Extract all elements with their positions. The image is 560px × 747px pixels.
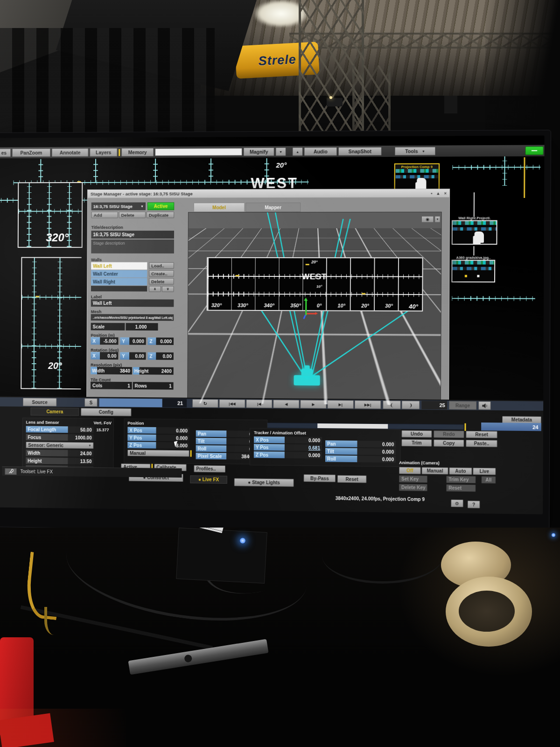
animation-reset-button[interactable]: Reset bbox=[446, 484, 476, 492]
tile-cols-field[interactable]: 1 bbox=[116, 382, 132, 389]
projector-model[interactable] bbox=[294, 375, 320, 385]
position-z-field[interactable]: 0.000 bbox=[156, 338, 174, 345]
delete-stage-button[interactable]: Delete bbox=[119, 211, 146, 218]
layers-button[interactable]: Layers bbox=[90, 148, 117, 156]
window-close-icon[interactable]: × bbox=[444, 191, 447, 196]
solo-button[interactable]: S bbox=[84, 398, 98, 407]
stage-selector[interactable]: 16:3,75 SISU Stage ▼ bbox=[91, 202, 146, 210]
focus-field[interactable]: 1000.00 bbox=[68, 434, 94, 441]
tracker-pan-field[interactable]: 0.000 bbox=[357, 441, 396, 448]
mesh-path-field[interactable]: ..erichasso/Movies/SISU prjektortest 8 a… bbox=[91, 314, 174, 321]
y-pos-field[interactable]: 0.000 bbox=[156, 435, 189, 442]
wall-label-field[interactable]: Wall Left bbox=[91, 299, 174, 307]
profiles-button[interactable]: Profiles.. bbox=[194, 465, 225, 472]
rotation-z-field[interactable]: 0.00 bbox=[156, 352, 174, 360]
z-pos-field[interactable]: 8.000 bbox=[156, 442, 189, 449]
x-pos-field[interactable]: 0.000 bbox=[156, 427, 189, 434]
source-button[interactable]: Source bbox=[23, 398, 56, 406]
active-button[interactable]: Active bbox=[147, 202, 174, 210]
node-a360[interactable]: A360 gradskiva.jpg.. bbox=[451, 255, 495, 282]
animation-auto-button[interactable]: Auto bbox=[449, 467, 472, 475]
tab-model[interactable]: Model bbox=[194, 203, 245, 212]
green-status-button[interactable] bbox=[525, 146, 544, 155]
help-button[interactable]: ? bbox=[468, 500, 480, 508]
stage-manager-dialog[interactable]: Stage Manager - active stage: 16:3,75 SI… bbox=[86, 189, 450, 412]
paste-button[interactable]: Paste.. bbox=[466, 440, 497, 447]
manual-button[interactable]: Manual bbox=[127, 450, 189, 457]
annotate-button[interactable]: Annotate bbox=[52, 148, 89, 157]
all-button[interactable]: All bbox=[482, 476, 496, 483]
speaker-icon[interactable] bbox=[478, 401, 491, 409]
timeline-playhead[interactable] bbox=[464, 423, 466, 431]
scale-value-field[interactable]: 1.000 bbox=[126, 323, 158, 331]
delete-wall-button[interactable]: Delete bbox=[149, 278, 174, 285]
delete-key-button[interactable]: Delete Key bbox=[399, 484, 427, 491]
gear-icon[interactable]: ⚙ bbox=[451, 500, 463, 507]
sensor-select[interactable]: Sensor: Generic▼ bbox=[26, 442, 93, 449]
trim-button[interactable]: Trim bbox=[401, 439, 432, 447]
rotation-x-field[interactable]: 0.00 bbox=[100, 352, 118, 359]
tab-mapper[interactable]: Mapper bbox=[245, 203, 301, 212]
tab-config[interactable]: Config bbox=[81, 408, 131, 416]
tracker-y-field[interactable]: 0.681 bbox=[285, 444, 322, 451]
rotation-y-field[interactable]: 0.00 bbox=[129, 352, 146, 359]
window-up-icon[interactable]: ▲ bbox=[436, 191, 440, 196]
tile-rows-field[interactable]: 1 bbox=[158, 382, 174, 389]
wall-move-down-button[interactable]: ∨ bbox=[162, 286, 174, 292]
memory-button[interactable]: Memory bbox=[121, 148, 154, 156]
node-projection-comp[interactable]: Projection Comp 9 bbox=[394, 163, 440, 190]
magnify-dropdown-icon[interactable]: ▼ bbox=[276, 148, 286, 156]
wall-list-item-wall-left[interactable]: Wall Left bbox=[91, 262, 147, 270]
wall-move-up-button[interactable]: ∧ bbox=[149, 286, 161, 292]
up-arrow-icon[interactable]: ▲ bbox=[293, 148, 303, 156]
create-wall-button[interactable]: Create.. bbox=[149, 270, 174, 277]
position-y-field[interactable]: 0.000 bbox=[129, 338, 146, 345]
toolbar-partial-button[interactable]: es bbox=[0, 148, 11, 157]
undo-button[interactable]: Undo bbox=[401, 430, 432, 438]
animation-off-button[interactable]: Off bbox=[399, 467, 421, 474]
focal-length-field[interactable]: 50.00 bbox=[68, 426, 94, 433]
set-key-button[interactable]: Set Key bbox=[399, 475, 427, 483]
panzoom-button[interactable]: PanZoom bbox=[12, 148, 50, 157]
animation-live-button[interactable]: Live bbox=[473, 468, 496, 475]
node-wall-right[interactable]: Wall Right.Projecti. bbox=[452, 216, 497, 245]
copy-button[interactable]: Copy bbox=[434, 439, 464, 447]
dialog-title-bar[interactable]: Stage Manager - active stage: 16:3,75 SI… bbox=[88, 189, 449, 198]
tracker-tilt-field[interactable]: 0.000 bbox=[357, 448, 396, 455]
memory-search-input[interactable] bbox=[155, 148, 242, 156]
stage-description-field[interactable]: Stage description bbox=[91, 240, 174, 254]
audio-button[interactable]: Audio bbox=[304, 147, 337, 155]
stage-lights-mode-button[interactable]: ● Stage Lights bbox=[234, 478, 294, 486]
tab-camera[interactable]: Camera bbox=[30, 408, 79, 416]
animation-manual-button[interactable]: Manual bbox=[422, 467, 448, 475]
load-wall-button[interactable]: Load.. bbox=[149, 262, 174, 269]
reset-button[interactable]: Reset bbox=[466, 431, 497, 438]
resolution-width-field[interactable]: 3840 bbox=[116, 367, 132, 374]
range-button[interactable]: Range bbox=[449, 401, 476, 410]
magnify-button[interactable]: Magnify bbox=[244, 148, 274, 156]
wall-list-item-wall-center[interactable]: Wall Center bbox=[91, 270, 147, 277]
bypass-button[interactable]: By-Pass bbox=[304, 474, 336, 482]
sensor-height-field[interactable]: 13.50 bbox=[68, 458, 93, 465]
current-frame-field[interactable]: 21 bbox=[99, 398, 187, 407]
position-x-field[interactable]: -5.000 bbox=[100, 337, 118, 345]
tracker-x-field[interactable]: 0.000 bbox=[285, 437, 322, 444]
bypass-reset-button[interactable]: Reset bbox=[337, 475, 366, 483]
add-stage-button[interactable]: Add bbox=[91, 211, 118, 218]
duplicate-stage-button[interactable]: Duplicate bbox=[147, 211, 174, 218]
live-fx-mode-button[interactable]: ● Live FX bbox=[190, 475, 227, 484]
timeline-thumb[interactable] bbox=[317, 423, 388, 429]
trim-key-button[interactable]: Trim Key bbox=[446, 476, 476, 483]
stage-3d-viewport[interactable]: 20° WEST 10° 320° 330° 340° 350° 0° 10° … bbox=[187, 212, 442, 406]
right-frame-field[interactable]: 24 bbox=[481, 423, 541, 431]
tracker-z-field[interactable]: 0.000 bbox=[285, 451, 322, 458]
tools-button[interactable]: Tools▼ bbox=[395, 147, 435, 155]
tracker-roll-field[interactable]: 0.000 bbox=[357, 456, 396, 463]
wrench-icon[interactable] bbox=[5, 468, 16, 474]
stage-title-field[interactable]: 16:3,75 SISU Stage bbox=[91, 231, 174, 239]
window-pin-icon[interactable]: ▪ bbox=[431, 191, 432, 196]
wall-list-item-wall-right[interactable]: Wall Right bbox=[91, 278, 147, 285]
axis-gizmo[interactable] bbox=[300, 297, 318, 319]
resolution-height-field[interactable]: 2400 bbox=[158, 367, 174, 375]
redo-button[interactable]: Redo bbox=[434, 430, 464, 438]
